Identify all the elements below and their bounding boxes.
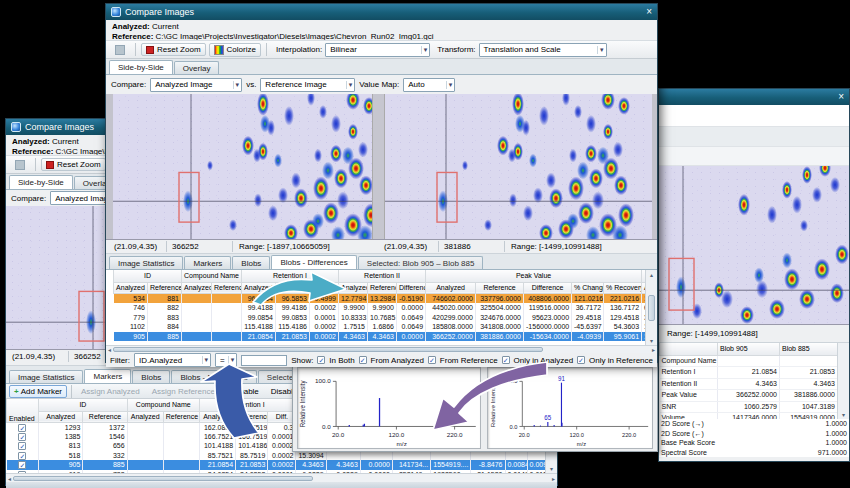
checkbox-checked-icon[interactable]: ✓ [18, 452, 26, 460]
tab-blobs[interactable]: Blobs [132, 370, 170, 383]
info-band [659, 105, 849, 127]
checkbox-only-in-reference[interactable]: ✓ [577, 356, 585, 364]
table-row[interactable]: 77988399.085499.08530.000110.833310.7685… [114, 313, 650, 323]
analyzed-spectrum-plot[interactable]: Relative Intensity100.00.020.0120.0220.0… [297, 367, 481, 449]
table-row[interactable]: 1102884115.4188115.41860.00021.75151.686… [114, 322, 650, 332]
checkbox-checked-icon[interactable]: ✓ [18, 424, 26, 432]
svg-text:120.0: 120.0 [388, 431, 404, 438]
scroll-right-icon: ▸ [652, 346, 655, 353]
close-icon[interactable]: × [646, 7, 652, 17]
table-row[interactable]: Volume1417346.00001554919.0000 [660, 413, 838, 420]
reset-zoom-button[interactable]: Reset Zoom [41, 158, 106, 171]
filter-field-select[interactable]: ID.Analyzed▾ [134, 353, 211, 367]
analyzed-heatmap[interactable] [113, 94, 372, 239]
scroll-left-icon: ◂ [108, 346, 111, 353]
status-bar: (21.09,4.35) 366252 Range: [-1897,106650… [106, 240, 657, 254]
tab-side-by-side[interactable]: Side-by-Side [9, 175, 73, 189]
chevron-down-icon: ▾ [421, 46, 428, 54]
cursor-value-reference: 381886 [444, 242, 471, 251]
value-map-select[interactable]: Auto▾ [403, 78, 455, 92]
tab-blobs[interactable]: Blobs [232, 256, 270, 269]
analyzed-image-select[interactable]: Analyzed Image▾ [150, 78, 242, 92]
table-row[interactable]: ✓51833285.752185.75190.000215.3094 [7, 451, 558, 461]
assign-analyzed-button[interactable]: Assign Analyzed [76, 385, 145, 398]
cursor-coords: (21.09,4.35) [12, 352, 55, 361]
reference-spectrum-plot[interactable]: Relative Intensity100.00.020.0120.0220.0… [487, 367, 653, 449]
table-row[interactable]: ✓90588521.085421.08530.00024.34634.34630… [7, 460, 558, 470]
interpolation-select[interactable]: Bilinear▾ [325, 43, 430, 57]
diff-horizontal-scrollbar[interactable]: ◂ ▸ [106, 345, 657, 353]
checkbox-checked-icon[interactable]: ✓ [18, 433, 26, 441]
blob-table-vertical-scrollbar[interactable]: ▾ [837, 343, 849, 419]
table-row[interactable]: Retention I21.085421.0853 [660, 367, 838, 379]
reset-zoom-icon [146, 46, 154, 54]
table-row[interactable]: SNR1060.25791047.3189 [660, 401, 838, 413]
tab-blobs-differences[interactable]: Blobs - Differences [271, 255, 356, 269]
chromatogram-heatmap[interactable] [659, 166, 849, 324]
compare-bar: Compare: Analyzed Image▾ vs. Reference I… [106, 75, 657, 94]
table-row[interactable]: 53488196.085496.5853-0.499912.779413.298… [114, 293, 650, 303]
markers-horizontal-scrollbar[interactable]: ◂ ▸ [6, 473, 557, 482]
checkbox-checked-icon[interactable]: ✓ [18, 471, 26, 473]
range-label: Range: [-1499,10991488] [667, 329, 758, 338]
blob-compare-table-wrap: Blob 905Blob 885 Compound NameRetention … [659, 343, 849, 419]
add-marker-button[interactable]: +Add Marker [9, 385, 67, 398]
save-button[interactable] [10, 158, 30, 172]
close-icon[interactable]: × [838, 92, 844, 102]
window-title: Compare Images [125, 7, 194, 17]
window-title: Compare Images [25, 122, 94, 132]
assign-reference-button[interactable]: Assign Reference [147, 385, 220, 398]
checkbox-in-both[interactable]: ✓ [317, 356, 325, 364]
checkbox-only-in-analyzed[interactable]: ✓ [502, 356, 510, 364]
table-row[interactable]: Base Peak Score1.0000 [659, 438, 849, 448]
table-row[interactable]: Retention II4.34634.3463 [660, 378, 838, 390]
table-row[interactable]: 90588521.085421.08530.00024.34634.34630.… [114, 332, 650, 342]
differences-table-wrap: ID Compound Name Retention I Retention I… [106, 270, 657, 345]
compare-images-window-right: × Range: [-1499,10991488] Blob 905Blob 8… [658, 88, 850, 462]
reset-zoom-button[interactable]: Reset Zoom [141, 43, 206, 56]
table-row[interactable]: Spectral Score971.0000 [659, 448, 849, 458]
tab-image-statistics[interactable]: Image Statistics [9, 370, 83, 383]
chevron-down-icon: ▾ [597, 46, 604, 54]
table-row[interactable]: 2D Score (→)1.0000 [659, 419, 849, 429]
tab-markers[interactable]: Markers [184, 256, 231, 269]
blob-compare-table: Blob 905Blob 885 Compound NameRetention … [659, 343, 838, 419]
checkbox-from-reference[interactable]: ✓ [428, 356, 436, 364]
checkbox-from-analyzed[interactable]: ✓ [359, 356, 367, 364]
checkbox-checked-icon[interactable]: ✓ [18, 442, 26, 450]
side-by-side-heatmaps [106, 94, 657, 240]
svg-text:20.0: 20.0 [332, 431, 345, 438]
colorize-button[interactable]: Colorize [209, 43, 261, 57]
filter-operator-select[interactable]: =▾ [215, 353, 237, 367]
table-row[interactable]: 74688299.418899.41860.00029.99009.99000.… [114, 303, 650, 313]
reference-image-select[interactable]: Reference Image▾ [260, 78, 355, 92]
table-row[interactable]: 2D Score (←)1.0000 [659, 429, 849, 439]
save-button[interactable] [110, 43, 130, 57]
chevron-down-icon: ▾ [346, 81, 353, 89]
svg-text:0.0: 0.0 [322, 423, 331, 430]
title-bar[interactable]: Compare Images × [106, 4, 657, 20]
tab-image-statistics[interactable]: Image Statistics [109, 256, 183, 269]
table-row[interactable]: Compound Name [660, 355, 838, 367]
svg-text:0.0: 0.0 [510, 423, 519, 429]
tab-overlay[interactable]: Overlay [174, 61, 220, 74]
cursor-value-analyzed: 366252 [172, 242, 199, 251]
svg-text:100.0: 100.0 [503, 378, 518, 384]
enable-button[interactable]: Enable [229, 385, 264, 398]
tab-markers[interactable]: Markers [84, 369, 131, 383]
filter-value-input[interactable] [241, 355, 287, 366]
table-row[interactable]: ✓61973834.085434.08530.00016.03296.03290… [7, 470, 558, 473]
diff-vertical-scrollbar[interactable]: ▴ ▾ [645, 270, 657, 345]
cursor-coords-analyzed: (21.09,4.35) [114, 242, 157, 251]
svg-text:m/z: m/z [397, 440, 407, 447]
checkbox-checked-icon[interactable]: ✓ [18, 461, 26, 469]
scroll-right-icon: ▸ [552, 475, 555, 482]
tab-blobs-differences[interactable]: Blobs - Differences [171, 370, 256, 383]
title-bar[interactable]: × [659, 89, 849, 105]
heatmap-divider[interactable] [372, 94, 385, 239]
svg-text:91: 91 [558, 374, 565, 381]
reference-heatmap[interactable] [385, 94, 652, 239]
table-row[interactable]: Peak Value366252.0000381886.0000 [660, 390, 838, 402]
transform-select[interactable]: Translation and Scale▾ [479, 43, 607, 57]
tab-side-by-side[interactable]: Side-by-Side [109, 60, 173, 74]
